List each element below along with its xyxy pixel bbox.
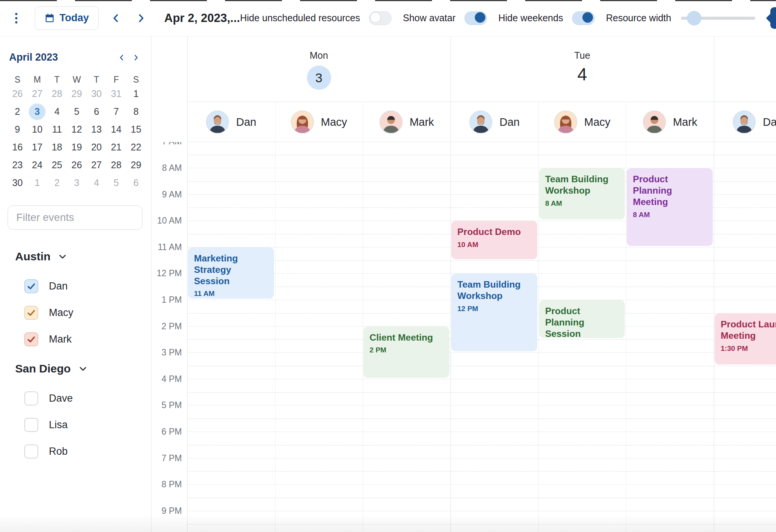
day-cell[interactable]: 30 <box>8 177 27 188</box>
mini-calendar-next-button[interactable] <box>131 52 141 63</box>
day-cell[interactable]: 28 <box>106 160 126 171</box>
day-cell[interactable]: 10 <box>27 124 47 135</box>
resource-name-label: Macy <box>49 307 74 319</box>
toggle-area: Hide unscheduled resourcesShow avatarHid… <box>240 11 595 25</box>
day-cell[interactable]: 22 <box>126 142 146 153</box>
event-title: Product Planning Session <box>545 305 619 338</box>
checkbox-mark[interactable] <box>24 332 38 346</box>
group-header-san-diego[interactable]: San Diego <box>0 362 151 375</box>
day-cell[interactable]: 12 <box>67 124 86 135</box>
event-card-team-building-workshop[interactable]: Team Building Workshop8 AM <box>539 168 625 219</box>
day-cell[interactable]: 26 <box>8 88 27 99</box>
time-label: 1 PM <box>161 295 182 305</box>
hour-line <box>187 484 776 485</box>
checkbox-macy[interactable] <box>24 306 38 320</box>
day-cell[interactable]: 24 <box>27 160 47 171</box>
event-card-product-demo[interactable]: Product Demo10 AM <box>451 221 537 259</box>
next-button[interactable] <box>133 11 149 26</box>
hour-line <box>187 405 776 405</box>
day-header-cell-mon[interactable]: Mon3 <box>187 36 451 102</box>
day-cell[interactable]: 25 <box>47 160 67 171</box>
day-cell[interactable]: 5 <box>67 106 86 117</box>
day-cell[interactable]: 7 <box>106 106 126 117</box>
day-cell[interactable]: 31 <box>106 88 126 99</box>
day-cell[interactable]: 14 <box>106 124 126 135</box>
filter-events-input[interactable] <box>8 205 142 230</box>
day-cell[interactable]: 5 <box>106 177 126 188</box>
day-cell[interactable]: 21 <box>106 142 126 153</box>
event-card-product-launch-meeting[interactable]: Product Launch Meeting1:30 PM <box>715 313 776 365</box>
time-label: 8 AM <box>162 163 182 173</box>
resource-width-slider[interactable] <box>681 17 755 20</box>
prev-button[interactable] <box>108 11 124 26</box>
day-cell[interactable]: 4 <box>47 106 67 117</box>
time-label: 5 PM <box>161 400 182 410</box>
checkbox-dave[interactable] <box>24 391 38 405</box>
day-number: 4 <box>577 66 587 83</box>
time-label: 7 PM <box>161 453 182 463</box>
day-cell[interactable]: 4 <box>87 177 106 188</box>
today-button[interactable]: Today <box>35 6 99 30</box>
time-label: 11 AM <box>158 242 182 252</box>
event-time: 8 AM <box>633 211 707 219</box>
event-time: 11 AM <box>194 289 268 298</box>
toggle-switch-hide-weekends[interactable] <box>572 11 595 25</box>
mini-calendar-weekdays: SMTWTFS <box>8 75 146 85</box>
day-cell[interactable]: 17 <box>27 142 47 153</box>
kebab-menu-button[interactable] <box>13 11 20 26</box>
day-cell[interactable]: 8 <box>126 106 146 117</box>
day-header-cell-tue[interactable]: Tue4 <box>451 36 714 102</box>
mini-calendar-title: April 2023 <box>9 52 116 63</box>
mini-calendar-prev-button[interactable] <box>116 52 127 63</box>
checkbox-lisa[interactable] <box>24 418 38 432</box>
day-cell[interactable]: 23 <box>8 160 27 171</box>
day-cell[interactable]: 18 <box>47 142 67 153</box>
avatar <box>643 110 666 134</box>
day-cell[interactable]: 11 <box>47 124 67 135</box>
day-cell[interactable]: 15 <box>126 124 146 135</box>
kebab-dot <box>15 17 17 19</box>
calendar-icon <box>44 13 55 23</box>
day-cell[interactable]: 3 <box>27 103 47 120</box>
time-gutter: 7 AM8 AM9 AM10 AM11 AM12 PM1 PM2 PM3 PM4… <box>152 142 187 532</box>
day-cell[interactable]: 28 <box>47 88 67 99</box>
day-cell[interactable]: 13 <box>87 124 106 135</box>
day-cell[interactable]: 20 <box>87 142 106 153</box>
hour-line <box>187 432 776 432</box>
toggle-switch-show-avatar[interactable] <box>465 11 487 25</box>
toggle-switch-hide-unscheduled-resources[interactable] <box>369 11 391 25</box>
day-cell[interactable]: 16 <box>8 142 27 153</box>
day-cell[interactable]: 27 <box>27 88 47 99</box>
day-cell[interactable]: 29 <box>126 160 146 171</box>
event-card-product-planning-meeting[interactable]: Product Planning Meeting8 AM <box>627 168 713 246</box>
day-cell[interactable]: 6 <box>126 177 146 188</box>
day-cell[interactable]: 29 <box>67 88 86 99</box>
day-cell[interactable]: 3 <box>67 177 86 188</box>
day-name-label: Mon <box>310 50 328 61</box>
event-card-team-building-workshop[interactable]: Team Building Workshop12 PM <box>451 274 537 351</box>
day-cell[interactable]: 2 <box>8 106 27 117</box>
slider-thumb[interactable] <box>687 11 701 25</box>
day-cell[interactable]: 1 <box>126 88 146 99</box>
day-cell[interactable]: 26 <box>67 160 86 171</box>
event-card-marketing-strategy-session[interactable]: Marketing Strategy Session11 AM <box>188 247 274 299</box>
event-card-product-planning-session[interactable]: Product Planning Session1 PM <box>539 300 625 338</box>
checkbox-rob[interactable] <box>24 444 38 458</box>
day-cell[interactable]: 27 <box>87 160 106 171</box>
half-hour-line <box>187 418 776 419</box>
weekday-label: F <box>106 75 126 85</box>
day-header-cell-2[interactable] <box>714 36 776 102</box>
day-cell[interactable]: 6 <box>87 106 106 117</box>
event-card-client-meeting[interactable]: Client Meeting2 PM <box>363 327 449 378</box>
day-cell[interactable]: 1 <box>27 177 47 188</box>
day-cell[interactable]: 19 <box>67 142 86 153</box>
checkbox-dan[interactable] <box>24 279 38 293</box>
day-cell[interactable]: 2 <box>47 177 67 188</box>
resource-filter-row-dan: Dan <box>0 273 151 299</box>
group-header-austin[interactable]: Austin <box>0 250 151 263</box>
resource-header-cell-mark: Mark <box>626 102 714 142</box>
day-cell[interactable]: 30 <box>87 88 106 99</box>
grid-body[interactable]: Marketing Strategy Session11 AMClient Me… <box>187 142 776 532</box>
resource-filter-row-rob: Rob <box>0 438 151 465</box>
day-cell[interactable]: 9 <box>8 124 27 135</box>
